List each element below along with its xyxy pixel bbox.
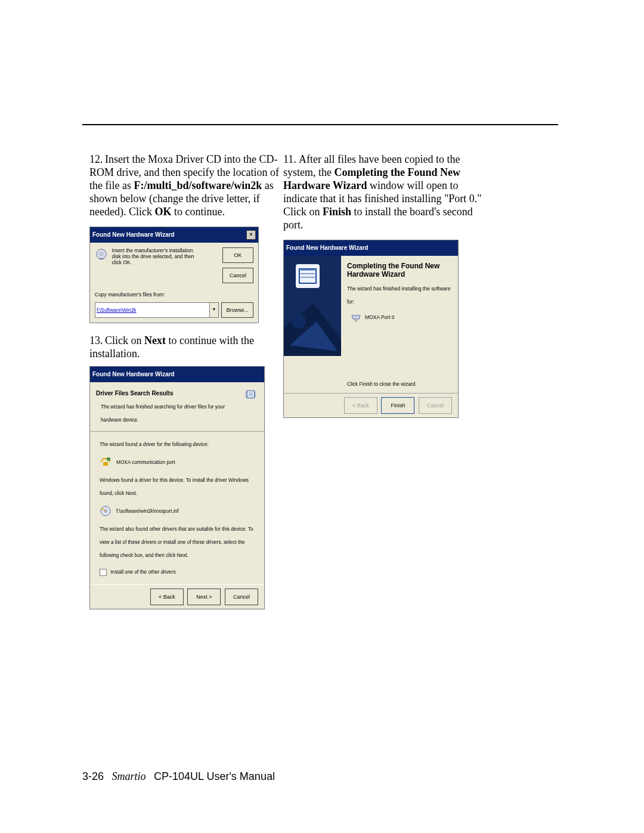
wizard-subtitle: The wizard has finished installing the s… bbox=[347, 282, 452, 308]
step-11-text: 11.After all files have been copied to t… bbox=[283, 153, 492, 231]
step-13-text: 13.Click on Next to continue with the in… bbox=[89, 334, 280, 360]
path-input[interactable]: f:\Software\Win2k bbox=[95, 302, 210, 318]
dialog-driver-results: Found New Hardware Wizard Driver Files S… bbox=[89, 366, 265, 609]
serial-port-icon bbox=[351, 312, 361, 323]
svg-point-17 bbox=[292, 314, 306, 329]
back-button-disabled: < Back bbox=[344, 397, 377, 414]
ok-button[interactable]: OK bbox=[222, 247, 253, 263]
header-rule bbox=[82, 124, 558, 125]
titlebar: Found New Hardware Wizard × bbox=[90, 227, 258, 243]
manual-title: CP-104UL User's Manual bbox=[154, 770, 275, 782]
list-number: 13. bbox=[89, 334, 105, 347]
titlebar: Found New Hardware Wizard bbox=[284, 240, 458, 256]
svg-point-1 bbox=[100, 253, 103, 256]
wizard-side-graphic bbox=[284, 256, 341, 356]
wizard-main: Completing the Found New Hardware Wizard… bbox=[341, 256, 458, 393]
next-button[interactable]: Next > bbox=[187, 589, 221, 605]
window-title: Found New Hardware Wizard bbox=[92, 368, 175, 381]
close-icon[interactable]: × bbox=[246, 230, 256, 240]
cancel-button[interactable]: Cancel bbox=[222, 268, 253, 283]
dialog-insert-disk: Found New Hardware Wizard × Insert the m… bbox=[89, 227, 259, 323]
checkbox-label: Install one of the other drivers bbox=[110, 569, 175, 575]
svg-rect-3 bbox=[249, 392, 253, 397]
cd-inf-icon bbox=[100, 505, 112, 517]
body-text: Windows found a driver for this device. … bbox=[100, 473, 255, 500]
wizard-title: Driver Files Search Results bbox=[96, 387, 243, 400]
window-title: Found New Hardware Wizard bbox=[286, 244, 369, 251]
chip-icon bbox=[243, 387, 258, 404]
titlebar: Found New Hardware Wizard bbox=[90, 367, 264, 382]
wizard-footer: < Back Next > Cancel bbox=[90, 584, 264, 609]
step-12-text: 12.Insert the Moxa Driver CD into the CD… bbox=[89, 153, 280, 218]
cd-disk-icon bbox=[95, 247, 108, 261]
body-text: The wizard found a driver for the follow… bbox=[100, 438, 255, 451]
wizard-body: The wizard found a driver for the follow… bbox=[90, 432, 264, 584]
list-number: 12. bbox=[89, 153, 105, 166]
list-number: 11. bbox=[283, 153, 299, 166]
close-instruction: Click Finish to close the wizard. bbox=[347, 377, 452, 391]
cancel-button[interactable]: Cancel bbox=[225, 589, 258, 605]
wizard-header: Driver Files Search Results The wizard h… bbox=[90, 382, 264, 432]
right-column: 11.After all files have been copied to t… bbox=[283, 153, 492, 418]
page-number: 3-26 bbox=[82, 770, 104, 782]
device-port-icon: ? bbox=[100, 456, 112, 468]
finish-button[interactable]: Finish bbox=[381, 397, 414, 414]
dialog-message: Insert the manufacturer's installation d… bbox=[112, 247, 199, 265]
cancel-button-disabled: Cancel bbox=[419, 397, 452, 414]
document-page: 12.Insert the Moxa Driver CD into the CD… bbox=[0, 0, 644, 833]
dialog-body: Insert the manufacturer's installation d… bbox=[90, 243, 258, 323]
page-footer: 3-26 Smartio CP-104UL User's Manual bbox=[82, 770, 275, 783]
chevron-down-icon[interactable]: ▾ bbox=[210, 302, 219, 318]
dialog-completing-wizard: Found New Hardware Wizard bbox=[283, 240, 459, 418]
wizard-title: Completing the Found New Hardware Wizard bbox=[347, 262, 452, 278]
browse-button[interactable]: Browse... bbox=[221, 302, 253, 318]
book-title: Smartio bbox=[112, 770, 146, 782]
left-column: 12.Insert the Moxa Driver CD into the CD… bbox=[89, 153, 280, 609]
port-name: MOXA Port 0 bbox=[365, 311, 395, 324]
device-name: MOXA communication port bbox=[116, 456, 175, 469]
wizard-footer: < Back Finish Cancel bbox=[284, 393, 458, 417]
body-text: The wizard also found other drivers that… bbox=[100, 522, 255, 562]
window-title: Found New Hardware Wizard bbox=[92, 228, 175, 241]
svg-rect-10 bbox=[103, 462, 108, 466]
copy-from-label: Copy manufacturer's files from: bbox=[95, 288, 253, 301]
back-button[interactable]: < Back bbox=[150, 589, 184, 605]
checkbox-other-drivers[interactable] bbox=[100, 569, 107, 576]
wizard-subtitle: The wizard has finished searching for dr… bbox=[101, 400, 243, 426]
inf-path: f:\software\win2k\mxsport.inf bbox=[116, 504, 179, 518]
